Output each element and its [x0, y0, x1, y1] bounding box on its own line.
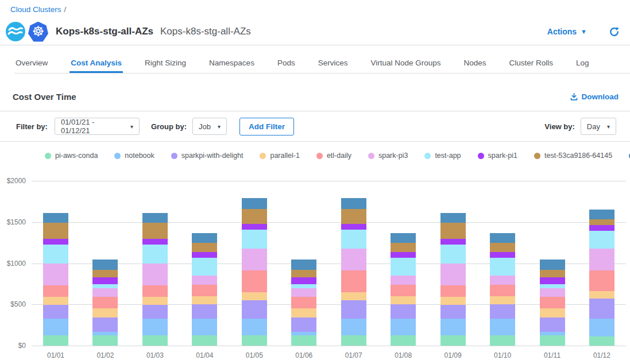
legend-dot-icon: [368, 153, 374, 159]
bar-segment-test-53ca9186-64145: [43, 223, 68, 238]
bar-segment-test-app: [440, 245, 466, 264]
bar-segment-test-app: [589, 231, 614, 249]
bar-segment-etl-daily: [92, 297, 118, 308]
download-button[interactable]: Download: [570, 92, 619, 101]
bar-segment-test-app: [291, 284, 316, 288]
x-axis-tick-label: 01/08: [395, 351, 412, 359]
x-axis-tick-label: 01/04: [196, 351, 213, 359]
chevron-down-icon: ▾: [218, 123, 221, 130]
bar-01-10: [490, 233, 515, 346]
actions-button[interactable]: Actions ▼: [547, 27, 587, 36]
bar-segment-spark-pi3: [192, 276, 217, 285]
bar-segment-spark-pi3: [242, 249, 267, 270]
legend-item-parallel-1[interactable]: parallel-1: [260, 152, 299, 160]
tab-cost-analysis[interactable]: Cost Analysis: [69, 55, 123, 73]
bar-segment-spark-pi1: [291, 277, 316, 284]
refresh-icon: [609, 26, 620, 37]
bar-segment-parallel-1: [440, 297, 466, 305]
tab-cluster-rolls[interactable]: Cluster Rolls: [508, 55, 555, 73]
bar-segment-test-pkix: [540, 260, 565, 270]
bar-segment-spark-pi1: [391, 252, 416, 257]
bar-01-04: [192, 233, 217, 346]
view-by-value: Day: [587, 122, 600, 131]
bar-segment-etl-daily: [540, 297, 565, 308]
legend-item-spark-pi1[interactable]: spark-pi1: [478, 152, 517, 160]
bar-01-03: [142, 213, 168, 346]
bar-segment-test-53ca9186-64145: [589, 219, 614, 225]
bar-segment-etl-daily: [440, 285, 466, 297]
gridline-500: [32, 304, 626, 305]
chevron-down-icon: ▾: [607, 123, 610, 130]
legend-item-test-app[interactable]: test-app: [424, 152, 461, 160]
legend-dot-icon: [45, 153, 51, 159]
bar-segment-sparkpi-with-delight: [291, 317, 316, 332]
breadcrumb-cloud-clusters-link[interactable]: Cloud Clusters: [10, 5, 61, 14]
section-title: Cost Over Time: [13, 92, 76, 102]
tab-virtual-node-groups[interactable]: Virtual Node Groups: [369, 55, 442, 73]
legend-label: parallel-1: [270, 152, 299, 160]
bar-segment-pi-aws-conda: [291, 335, 316, 346]
bar-segment-test-pkix: [242, 198, 267, 209]
bar-segment-etl-daily: [242, 270, 267, 292]
tab-namespaces[interactable]: Namespaces: [208, 55, 256, 73]
legend-dot-icon: [478, 153, 484, 159]
date-range-value: 01/01/21 - 01/12/21: [61, 118, 123, 135]
legend-items: pi-aws-condanotebooksparkpi-with-delight…: [45, 152, 630, 160]
bar-segment-test-pkix: [391, 233, 416, 243]
y-axis-tick-label: $0: [0, 342, 26, 350]
bar-segment-notebook: [242, 319, 267, 335]
tab-services[interactable]: Services: [317, 55, 349, 73]
bar-segment-test-53ca9186-64145: [291, 270, 316, 277]
x-axis-tick-label: 01/02: [96, 351, 114, 359]
bar-segment-spark-pi1: [440, 239, 466, 245]
view-by-dropdown[interactable]: Day ▾: [581, 118, 616, 135]
tab-pods[interactable]: Pods: [276, 55, 296, 73]
date-range-dropdown[interactable]: 01/01/21 - 01/12/21 ▾: [55, 118, 140, 135]
download-icon: [570, 92, 578, 101]
bar-segment-spark-pi1: [341, 224, 366, 230]
bar-segment-pi-aws-conda: [43, 335, 68, 346]
legend-item-sparkpi-with-delight[interactable]: sparkpi-with-delight: [171, 152, 244, 160]
bar-segment-test-53ca9186-64145: [440, 223, 466, 238]
bar-segment-notebook: [142, 319, 168, 335]
legend-item-etl-daily[interactable]: etl-daily: [316, 152, 351, 160]
group-by-value: Job: [199, 122, 211, 131]
legend-item-pi-aws-conda[interactable]: pi-aws-conda: [45, 152, 98, 160]
bar-segment-spark-pi1: [540, 277, 565, 284]
bar-segment-test-app: [341, 230, 366, 249]
bar-segment-sparkpi-with-delight: [490, 304, 515, 319]
x-axis-tick-label: 01/10: [494, 351, 511, 359]
legend-item-notebook[interactable]: notebook: [114, 152, 154, 160]
x-axis-tick-label: 01/09: [445, 351, 462, 359]
bar-segment-spark-pi1: [242, 224, 267, 230]
legend-item-spark-pi3[interactable]: spark-pi3: [368, 152, 408, 160]
bar-segment-parallel-1: [291, 308, 316, 317]
tab-right-sizing[interactable]: Right Sizing: [144, 55, 187, 73]
filter-bar: Filter by: 01/01/21 - 01/12/21 ▾ Group b…: [16, 111, 616, 141]
bar-segment-etl-daily: [192, 285, 217, 296]
y-axis-tick-label: $1500: [0, 218, 26, 226]
bar-segment-test-app: [43, 245, 68, 264]
bar-segment-test-app: [242, 230, 267, 249]
tab-log[interactable]: Log: [575, 55, 590, 73]
group-by-dropdown[interactable]: Job ▾: [192, 118, 227, 135]
legend-item-test-53ca9186-64145[interactable]: test-53ca9186-64145: [534, 152, 612, 160]
bar-segment-etl-daily: [142, 285, 168, 297]
bar-segment-pi-aws-conda: [92, 335, 118, 346]
bar-01-11: [540, 260, 565, 346]
bar-segment-spark-pi1: [43, 239, 68, 245]
refresh-button[interactable]: [609, 26, 620, 37]
bar-segment-etl-daily: [490, 285, 515, 296]
tab-nodes[interactable]: Nodes: [463, 55, 488, 73]
gridline-2000: [32, 181, 626, 181]
x-axis-tick-label: 01/11: [544, 351, 561, 359]
tab-overview[interactable]: Overview: [14, 55, 49, 73]
bar-segment-parallel-1: [192, 296, 217, 304]
bar-segment-test-53ca9186-64145: [142, 223, 168, 238]
bar-01-05: [242, 198, 267, 346]
bar-segment-parallel-1: [43, 297, 68, 305]
add-filter-button[interactable]: Add Filter: [239, 118, 294, 135]
bar-segment-sparkpi-with-delight: [192, 304, 217, 319]
x-axis-tick-label: 01/01: [47, 351, 64, 359]
bar-segment-sparkpi-with-delight: [43, 305, 68, 319]
